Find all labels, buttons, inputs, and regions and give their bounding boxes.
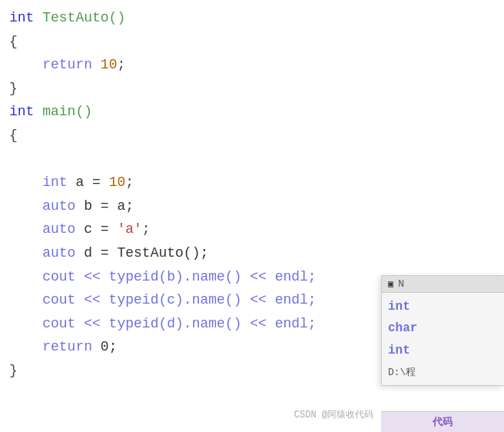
code-line-7 <box>9 148 495 171</box>
code-line-5: int main() <box>9 100 495 124</box>
code-line-9: auto b = a; <box>9 194 495 218</box>
brace-open-1: { <box>9 30 18 54</box>
var-a: a = <box>68 171 109 194</box>
code-line-6: { <box>9 124 495 148</box>
empty-line <box>9 148 18 171</box>
indent-4 <box>9 241 42 265</box>
cout-1: cout << typeid(b).name() << endl; <box>9 265 317 289</box>
code-line-2: { <box>9 30 495 54</box>
code-line-3: return 10; <box>9 53 495 77</box>
watermark: CSDN @阿猿收代码 <box>294 408 373 421</box>
keyword-auto-3: auto <box>42 241 75 265</box>
indent-5 <box>9 335 42 359</box>
keyword-int-2: int <box>9 100 34 124</box>
overlay-title-text: N <box>398 278 404 290</box>
keyword-int-1: int <box>9 6 34 30</box>
brace-close-2: } <box>9 359 18 383</box>
terminal-icon: ▣ <box>388 278 393 290</box>
result-int-2: int <box>388 340 498 362</box>
semi-2: ; <box>125 171 134 194</box>
var-d: d = TestAuto(); <box>75 241 208 265</box>
code-line-4: } <box>9 77 495 101</box>
cout-3: cout << typeid(d).name() << endl; <box>9 312 317 336</box>
overlay-path: D:\程 <box>388 365 498 379</box>
return-zero: 0; <box>92 335 117 359</box>
fn-main: main() <box>34 100 92 124</box>
cout-2: cout << typeid(c).name() << endl; <box>9 288 317 312</box>
semi-1: ; <box>117 53 125 77</box>
fn-testauto: TestAuto() <box>34 6 125 30</box>
code-line-10: auto c = 'a'; <box>9 218 495 241</box>
keyword-return-2: return <box>42 335 92 359</box>
num-10-1: 10 <box>101 53 118 77</box>
keyword-return-1: return <box>9 53 101 77</box>
result-char: char <box>388 317 498 340</box>
code-line-8: int a = 10; <box>9 171 495 194</box>
num-10-2: 10 <box>109 171 126 194</box>
indent-1 <box>9 171 42 194</box>
overlay-footer: 代码 <box>381 411 504 432</box>
overlay-content: int char int D:\程 <box>382 293 504 385</box>
brace-close-1: } <box>9 77 18 101</box>
indent-2 <box>9 194 42 218</box>
keyword-auto-2: auto <box>42 218 75 241</box>
code-line-1: int TestAuto() <box>9 6 495 30</box>
var-c-pre: c = <box>75 218 117 241</box>
watermark-text: CSDN @阿猿收代码 <box>294 410 373 420</box>
keyword-int-3: int <box>42 171 67 194</box>
semi-3: ; <box>142 218 151 241</box>
code-editor: int TestAuto() { return 10; } int main()… <box>0 0 504 432</box>
result-int-1: int <box>388 296 498 318</box>
var-b: b = a; <box>75 194 134 218</box>
keyword-auto-1: auto <box>42 194 75 218</box>
char-literal: 'a' <box>117 218 141 241</box>
output-overlay: ▣ N int char int D:\程 <box>381 275 504 386</box>
code-line-11: auto d = TestAuto(); <box>9 241 495 265</box>
indent-3 <box>9 218 42 241</box>
brace-open-2: { <box>9 124 18 148</box>
overlay-title-bar: ▣ N <box>382 276 504 293</box>
